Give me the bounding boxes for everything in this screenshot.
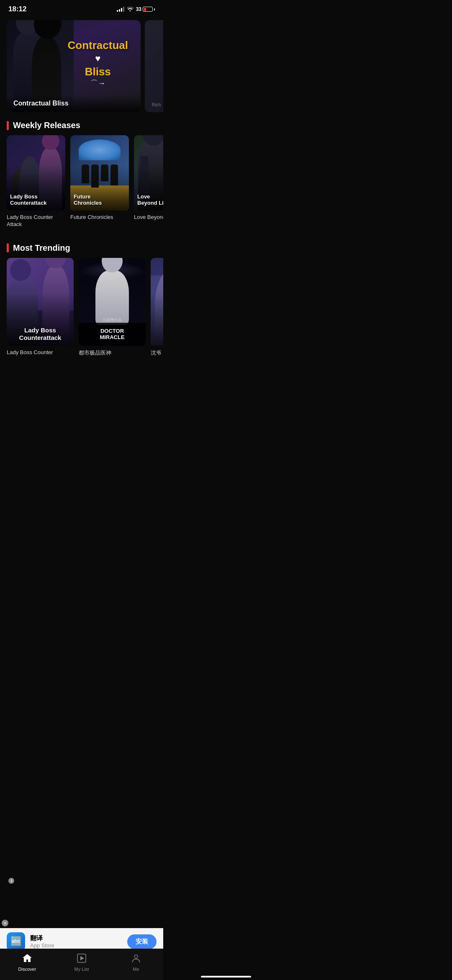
- trending-thumb-doctor: DOCTORMIRACLE 日新阁出品: [79, 258, 146, 346]
- weekly-thumb-lady-boss: Lady BossCounterattack: [7, 135, 65, 211]
- weekly-title-future: Future Chronicles: [70, 214, 129, 221]
- trending-thumb-lady-boss: Lady BossCounterattack: [7, 258, 74, 346]
- main-content: Contractual ♥ Bliss ⌒→ Contractual Bliss…: [0, 17, 163, 399]
- weekly-title-lady-boss: Lady Boss Counter Attack: [7, 214, 65, 228]
- trending-card-lady-boss[interactable]: Lady BossCounterattack Lady Boss Counter: [7, 258, 74, 357]
- hero-heart-icon: ♥: [68, 53, 128, 64]
- trending-card-doctor[interactable]: DOCTORMIRACLE 日新阁出品 都市极品医神: [79, 258, 146, 357]
- trending-card-lost-lover[interactable]: LOSTLOVER 沈爷 您失宠了: [151, 258, 163, 357]
- section-accent: [7, 121, 9, 130]
- hero-logo: Contractual ♥ Bliss ⌒→: [68, 39, 128, 88]
- trending-accent: [7, 243, 9, 252]
- trending-label-doctor: DOCTORMIRACLE: [100, 328, 124, 341]
- most-trending-header: Most Trending: [0, 235, 163, 258]
- battery-icon: 33: [136, 6, 155, 12]
- trending-row[interactable]: Lady BossCounterattack Lady Boss Counter: [0, 258, 163, 365]
- status-bar: 18:12 33: [0, 0, 163, 17]
- hero-card-side[interactable]: Rich: [145, 20, 163, 112]
- hero-card-title: Contractual Bliss: [13, 100, 69, 107]
- hero-card-contractual-bliss[interactable]: Contractual ♥ Bliss ⌒→ Contractual Bliss: [7, 20, 141, 112]
- weekly-label-future: FutureChronicles: [74, 193, 102, 206]
- status-time: 18:12: [8, 5, 26, 13]
- hero-logo-line1: Contractual: [68, 39, 128, 51]
- weekly-card-future-chronicles[interactable]: FutureChronicles Future Chronicles: [70, 135, 129, 228]
- weekly-card-love-beyond[interactable]: LoveBeyond Lies Love Beyond Lies: [134, 135, 163, 228]
- weekly-card-lady-boss[interactable]: Lady BossCounterattack Lady Boss Counter…: [7, 135, 65, 228]
- trending-label-lady-boss: Lady BossCounterattack: [19, 327, 62, 342]
- trending-title-lost: 沈爷 您失宠了: [151, 349, 163, 357]
- hero-side-title: Rich: [152, 102, 161, 107]
- weekly-thumb-love: LoveBeyond Lies: [134, 135, 163, 211]
- weekly-thumb-future: FutureChronicles: [70, 135, 129, 211]
- battery-level: 33: [136, 6, 141, 12]
- hero-carousel[interactable]: Contractual ♥ Bliss ⌒→ Contractual Bliss…: [0, 17, 163, 112]
- hero-logo-line2: Bliss: [85, 65, 111, 77]
- weekly-releases-row[interactable]: Lady BossCounterattack Lady Boss Counter…: [0, 135, 163, 235]
- weekly-label-lady-boss: Lady BossCounterattack: [10, 193, 46, 206]
- trending-title-lady-boss: Lady Boss Counter: [7, 349, 74, 355]
- weekly-label-love: LoveBeyond Lies: [137, 193, 163, 206]
- weekly-releases-title: Weekly Releases: [13, 121, 80, 130]
- most-trending-title: Most Trending: [13, 243, 70, 253]
- weekly-title-love: Love Beyond Lies: [134, 214, 163, 221]
- trending-thumb-lost: LOSTLOVER: [151, 258, 163, 346]
- wifi-icon: [127, 6, 134, 13]
- trending-title-doctor: 都市极品医神: [79, 349, 146, 357]
- status-icons: 33: [117, 6, 155, 13]
- weekly-releases-header: Weekly Releases: [0, 112, 163, 135]
- hero-title-overlay: Contractual Bliss: [7, 95, 141, 112]
- signal-bars-icon: [117, 7, 124, 12]
